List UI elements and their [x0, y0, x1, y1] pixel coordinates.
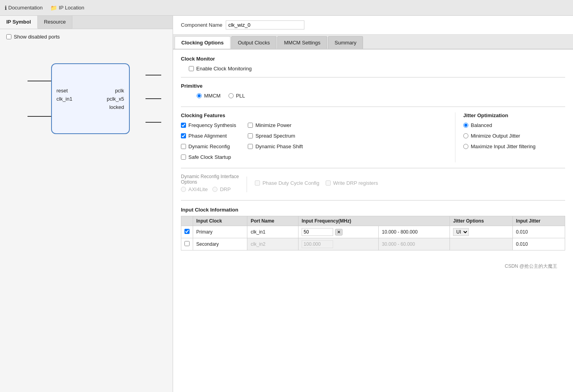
jitter-options: Balanced Minimize Output Jitter Maximize…	[463, 122, 565, 152]
features-col-2: Minimize Power Spread Spectrum Dynamic P…	[248, 122, 303, 162]
dynamic-phase-shift-checkbox[interactable]	[248, 144, 253, 149]
primary-row-checkbox[interactable]	[184, 229, 190, 234]
watermark: CSDN @抢公主的大魔王	[181, 258, 565, 274]
show-disabled-ports-checkbox[interactable]	[6, 34, 11, 39]
jitter-optimization-header: Jitter Optimization	[463, 112, 565, 118]
primary-freq-cell: ✕	[298, 226, 379, 238]
primary-checkbox-cell	[181, 226, 193, 238]
dynamic-reconfig-label-2: Options	[181, 179, 239, 185]
input-clock-info-header: Input Clock Information	[181, 207, 565, 213]
enable-clock-monitoring-checkbox[interactable]	[189, 66, 194, 71]
safe-clock-row: Safe Clock Startup	[181, 154, 236, 160]
divider-1	[181, 77, 565, 77]
port-row-2: clk_in1 pclk_x5	[57, 96, 124, 102]
tab-summary[interactable]: Summary	[328, 36, 363, 49]
phase-duty-cycle-label: Phase Duty Cycle Config	[262, 180, 319, 186]
dynamic-reconfig-label: Dynamic Reconfig	[188, 144, 230, 149]
topbar: ℹ Documentation 📁 IP Location	[0, 0, 573, 16]
ip-ports-inner: reset pclk clk_in1 pclk_x5 lo	[52, 88, 129, 110]
component-name-input[interactable]	[226, 20, 304, 29]
enable-clock-monitoring-row: Enable Clock Monitoring	[189, 66, 565, 72]
clocking-options-content: Clock Monitor Enable Clock Monitoring Pr…	[173, 50, 573, 281]
input-clock-table: Input Clock Port Name Input Frequency(MH…	[181, 216, 565, 250]
axi4lite-radio	[181, 187, 186, 192]
wire-clk-in1	[28, 116, 51, 117]
primitive-mmcm-radio[interactable]	[197, 93, 202, 98]
ip-location-link[interactable]: 📁 IP Location	[50, 5, 84, 11]
primary-freq-clear-btn[interactable]: ✕	[335, 229, 343, 236]
documentation-link[interactable]: ℹ Documentation	[5, 5, 42, 11]
safe-clock-startup-checkbox[interactable]	[181, 155, 186, 160]
dynamic-reconfig-labels: Dynamic Reconfig Interface Options AXI4L…	[181, 174, 239, 195]
minimize-output-jitter-label: Minimize Output Jitter	[471, 133, 520, 139]
primary-freq-input[interactable]	[302, 228, 333, 236]
clocking-features-col: Clocking Features Frequency Synthesis Ph…	[181, 112, 439, 162]
tab-ip-symbol[interactable]: IP Symbol	[0, 16, 38, 29]
minimize-power-label: Minimize Power	[255, 122, 291, 128]
primitive-pll-label: PLL	[236, 93, 245, 99]
freq-synthesis-row: Frequency Synthesis	[181, 122, 236, 128]
folder-icon: 📁	[50, 5, 57, 11]
secondary-input-clock-cell: Secondary	[193, 238, 247, 250]
main-layout: IP Symbol Resource Show disabled ports	[0, 16, 573, 392]
tab-clocking-options[interactable]: Clocking Options	[175, 36, 230, 49]
minimize-power-checkbox[interactable]	[248, 123, 253, 128]
spread-spectrum-checkbox[interactable]	[248, 133, 253, 138]
port-clk-in1: clk_in1	[57, 96, 72, 102]
left-content: Show disabled ports	[0, 29, 173, 392]
info-icon: ℹ	[5, 5, 7, 11]
table-row: Secondary clk_in2 30.000 - 60.000 0.010	[181, 238, 565, 250]
secondary-checkbox-cell	[181, 238, 193, 250]
axi-drp-options: AXI4Lite DRP	[181, 186, 239, 195]
maximize-input-jitter-radio[interactable]	[463, 144, 468, 149]
wire-line-locked	[146, 122, 161, 123]
port-row-3: locked	[57, 104, 124, 110]
tab-output-clocks[interactable]: Output Clocks	[231, 36, 277, 49]
primary-input-clock-cell: Primary	[193, 226, 247, 238]
phase-alignment-label: Phase Alignment	[188, 133, 227, 139]
wire-line-pclk-x5	[146, 98, 161, 99]
port-pclk-x5: pclk_x5	[107, 96, 124, 102]
phase-alignment-checkbox[interactable]	[181, 133, 186, 138]
primary-freq-range-cell: 10.000 - 800.000	[379, 226, 450, 238]
phase-duty-cycle-row: Phase Duty Cycle Config	[255, 180, 319, 186]
balanced-radio[interactable]	[463, 123, 468, 128]
dynamic-reconfig-checkbox[interactable]	[181, 144, 186, 149]
wire-line-clk-in1	[28, 116, 51, 117]
left-tab-bar: IP Symbol Resource	[0, 16, 173, 29]
clocking-features-header: Clocking Features	[181, 112, 439, 118]
primary-jitter-select[interactable]: UI	[453, 228, 469, 236]
spread-spectrum-label: Spread Spectrum	[255, 133, 295, 139]
ip-location-label: IP Location	[59, 5, 84, 11]
th-checkbox	[181, 216, 193, 226]
tab-mmcm-settings[interactable]: MMCM Settings	[277, 36, 327, 49]
port-row-1: reset pclk	[57, 88, 124, 94]
balanced-row: Balanced	[463, 122, 565, 128]
table-row: Primary clk_in1 ✕ 10.000 - 800.000 UI	[181, 226, 565, 238]
features-grid: Frequency Synthesis Phase Alignment Dyna…	[181, 122, 439, 162]
secondary-freq-input	[302, 240, 333, 248]
freq-synthesis-label: Frequency Synthesis	[188, 122, 236, 128]
tab-resource[interactable]: Resource	[38, 16, 73, 29]
drp-radio	[212, 187, 217, 192]
ip-symbol-diagram: reset pclk clk_in1 pclk_x5 lo	[6, 63, 166, 134]
table-header-row: Input Clock Port Name Input Frequency(MH…	[181, 216, 565, 226]
secondary-freq-range-cell: 30.000 - 60.000	[379, 238, 450, 250]
primary-port-name-cell: clk_in1	[247, 226, 298, 238]
safe-clock-label: Safe Clock Startup	[188, 154, 231, 160]
axi4lite-label: AXI4Lite	[188, 186, 208, 192]
drp-label: DRP	[220, 186, 230, 192]
write-drp-label: Write DRP registers	[333, 180, 378, 186]
primitive-pll-row: PLL	[228, 93, 245, 99]
divider-3	[181, 168, 565, 168]
clock-monitor-header: Clock Monitor	[181, 56, 565, 62]
primitive-header: Primitive	[181, 83, 565, 89]
secondary-row-checkbox[interactable]	[184, 241, 190, 246]
th-jitter-options: Jitter Options	[450, 216, 513, 226]
dynamic-reconfig-label-1: Dynamic Reconfig Interface	[181, 174, 239, 179]
axi4lite-row: AXI4Lite	[181, 186, 208, 192]
phase-duty-cycle-checkbox	[255, 180, 260, 186]
freq-synthesis-checkbox[interactable]	[181, 123, 186, 128]
primitive-pll-radio[interactable]	[228, 93, 234, 98]
minimize-output-jitter-radio[interactable]	[463, 133, 468, 138]
